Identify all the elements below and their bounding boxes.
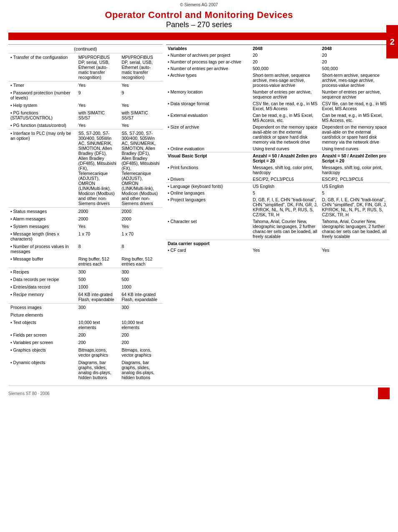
table-row: • Fields per screen 200 200 [8, 331, 163, 339]
table-row: • Message length (lines x characters) 1 … [8, 230, 163, 243]
row-val1: 300 [76, 304, 120, 312]
row-val2: ESC/P2, PCL3/PCL6 [320, 176, 390, 183]
row-val1: with SIMATIC S5/S7 [76, 109, 120, 122]
row-label: • Variables per screen [8, 339, 76, 346]
row-val2: 500,000 [320, 65, 390, 72]
left-panel: (continued) • Transfer of the configurat… [8, 44, 163, 381]
row-val1: Can be read, e.g., in MS Excel, MS Acces… [251, 112, 320, 124]
row-val2: 2000 [119, 215, 163, 223]
table-row: • Online evaluation Using trend curves U… [166, 145, 390, 152]
row-val1: Yes [76, 122, 120, 129]
row-val1: Short-term archive, sequence archive, me… [251, 72, 320, 89]
table-row: • Variables per screen 200 200 [8, 339, 163, 346]
table-row: • Memory location Number of entries per … [166, 89, 390, 100]
row-val2: 300 [119, 304, 163, 312]
row-val1: 8 [76, 243, 120, 255]
row-label: • Status messages [8, 208, 76, 215]
row-val2: CSV file, can be read, e.g., in MS Excel… [320, 100, 390, 112]
row-label: • Help system [8, 101, 76, 109]
row-val1: 20 [251, 52, 320, 58]
table-row: Picture elements [8, 311, 163, 319]
row-label: • Password protection (number of levels) [8, 89, 76, 101]
row-val1: Anzahl = 50 / Anzahl Zeilen pro Script =… [251, 152, 320, 165]
table-row: • Recipe memory 64 KB inte-grated Flash,… [8, 291, 163, 304]
copyright-text: © Siemens AG 2007 [0, 0, 398, 8]
row-val1: 200 [76, 339, 120, 346]
table-row: • Entries/data record 1000 1000 [8, 283, 163, 291]
right-spec-table: Variables 2048 2048 • Number of archives… [166, 45, 390, 253]
table-row: • Help system Yes Yes [8, 101, 163, 109]
row-label: • Drivers [166, 176, 251, 183]
page-title-main: Operator Control and Monitoring Devices [8, 10, 390, 20]
left-spec-table: • Transfer of the configuration MPI/PROF… [8, 53, 163, 381]
row-val1: Yes [76, 223, 120, 230]
row-val2: 20 [320, 58, 390, 65]
row-label: • Fields per screen [8, 331, 76, 339]
row-label: • Data records per recipe [8, 276, 76, 283]
row-val2: Yes [119, 122, 163, 129]
row-val2 [119, 311, 163, 319]
row-label: • PG functions (STATUS/CONTROL) [8, 109, 76, 122]
row-val1: Diagrams, bar graphs, slides, analog dis… [76, 359, 120, 381]
row-val1: CSV file, can be read, e.g., in MS Excel… [251, 100, 320, 112]
row-label: • Number of process tags per ar-chive [166, 58, 251, 65]
row-label: • Message buffer [8, 255, 76, 268]
table-row: • Recipes 300 300 [8, 268, 163, 276]
row-val1: Dependent on the memory space avail-able… [251, 124, 320, 145]
row-label: • Size of archive [166, 124, 251, 145]
row-val2: Yes [119, 101, 163, 109]
row-val1 [76, 311, 120, 319]
table-row: • PG functions (STATUS/CONTROL) with SIM… [8, 109, 163, 122]
row-val2: 1000 [119, 283, 163, 291]
row-val2: 8 [119, 243, 163, 255]
row-val2: 1 x 70 [119, 230, 163, 243]
table-row: • Number of archives per project 20 20 [166, 52, 390, 58]
row-val1: 20 [251, 58, 320, 65]
row-label: • Project languages [166, 196, 251, 218]
row-val1: D, GB, F, I, E, CHN "tradi-tional", CHN … [251, 196, 320, 218]
row-val2: Using trend curves [320, 145, 390, 152]
row-val1: 500,000 [251, 65, 320, 72]
row-label: • Recipes [8, 268, 76, 276]
row-val2: Yes [320, 247, 390, 253]
row-val2: 300 [119, 268, 163, 276]
table-row: • Project languages D, GB, F, I, E, CHN … [166, 196, 390, 218]
row-label: • Number of process values in messages [8, 243, 76, 255]
row-val1: 2000 [76, 208, 120, 215]
page-title-sub: Panels – 270 series [8, 20, 390, 29]
row-val2: Yes [119, 81, 163, 89]
table-row: • Archive types Short-term archive, sequ… [166, 72, 390, 89]
row-label: • PG function (status/control) [8, 122, 76, 129]
row-val2: Ring buffer, 512 entries each [119, 255, 163, 268]
row-val1 [251, 240, 320, 247]
row-label: • Dynamic objects [8, 359, 76, 381]
row-val1: Yes [76, 81, 120, 89]
row-val2: 20 [320, 52, 390, 58]
row-val2: 200 [119, 331, 163, 339]
row-val1: 1 x 70 [76, 230, 120, 243]
table-row: • Status messages 2000 2000 [8, 208, 163, 215]
table-row: • Language (keyboard fonts) US English U… [166, 183, 390, 190]
table-row: • Data storage format CSV file, can be r… [166, 100, 390, 112]
row-label: • Online languages [166, 190, 251, 196]
table-row: • Interface to PLC (may only be an optio… [8, 129, 163, 208]
table-row: Variables 2048 2048 [166, 45, 390, 52]
row-val2: with SIMATIC S5/S7 [119, 109, 163, 122]
row-val1: ESC/P2, PCL3/PCL6 [251, 176, 320, 183]
row-val1: 9 [76, 89, 120, 101]
table-row: • Drivers ESC/P2, PCL3/PCL6 ESC/P2, PCL3… [166, 176, 390, 183]
header-section: Operator Control and Monitoring Devices … [0, 8, 398, 31]
table-row: • System messages Yes Yes [8, 223, 163, 230]
row-val1: 5 [251, 190, 320, 196]
row-label: • Character set [166, 218, 251, 240]
row-label: • Memory location [166, 89, 251, 100]
row-val2: 9 [119, 89, 163, 101]
row-label: • Text objects [8, 319, 76, 331]
row-val2: 2048 [320, 45, 390, 52]
table-row: • Online languages 5 5 [166, 190, 390, 196]
row-val1: 2000 [76, 215, 120, 223]
row-label: • Number of archives per project [166, 52, 251, 58]
row-val2: 10,000 text elements [119, 319, 163, 331]
table-row: • Character set Tahoma, Arial, Courier N… [166, 218, 390, 240]
row-val1: Using trend curves [251, 145, 320, 152]
